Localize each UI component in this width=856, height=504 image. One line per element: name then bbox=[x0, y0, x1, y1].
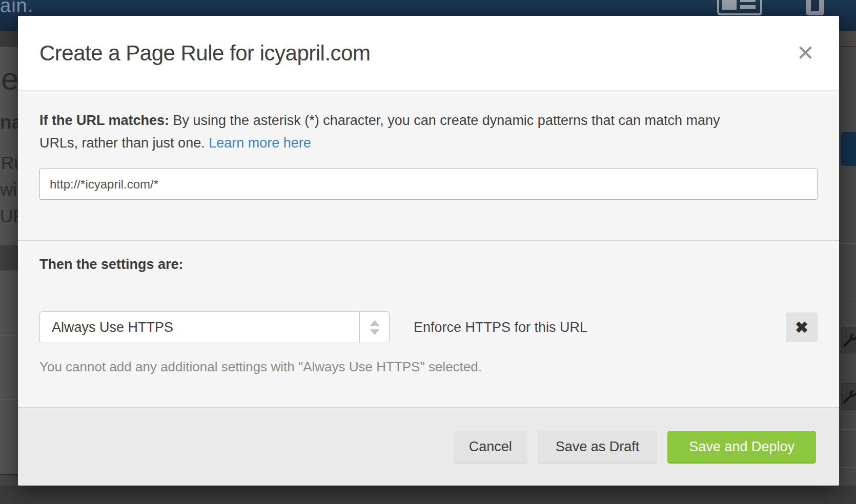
background-domain-text-fragment: ain. bbox=[0, 0, 33, 17]
news-layout-icon bbox=[717, 0, 762, 15]
url-pattern-input[interactable] bbox=[39, 169, 818, 200]
setting-select-value: Always Use HTTPS bbox=[40, 320, 359, 335]
settings-section: Then the settings are: Always Use HTTPS … bbox=[18, 241, 839, 407]
save-and-deploy-button[interactable]: Save and Deploy bbox=[667, 431, 816, 463]
background-text-fragment: UR bbox=[0, 206, 18, 226]
background-navy-button-fragment bbox=[841, 132, 856, 166]
background-page-left-edge: e nav Ru will UR bbox=[0, 31, 18, 504]
background-page-bottom-edge bbox=[0, 486, 856, 504]
background-text-fragment: e bbox=[1, 60, 18, 97]
modal-footer: Cancel Save as Draft Save and Deploy bbox=[18, 407, 839, 486]
background-text-fragment: nav bbox=[0, 112, 18, 133]
background-page-right-edge bbox=[839, 31, 856, 504]
url-match-description: If the URL matches: By using the asteris… bbox=[39, 109, 752, 154]
remove-setting-button[interactable]: ✖ bbox=[786, 312, 818, 342]
settings-heading: Then the settings are: bbox=[39, 255, 818, 274]
modal-header: Create a Page Rule for icyapril.com ✕ bbox=[18, 16, 839, 90]
settings-helper-text: You cannot add any additional settings w… bbox=[39, 359, 818, 375]
cancel-button[interactable]: Cancel bbox=[454, 431, 527, 463]
create-page-rule-modal: Create a Page Rule for icyapril.com ✕ If… bbox=[18, 16, 839, 486]
profile-icon bbox=[806, 0, 824, 15]
background-text-fragment: Ru bbox=[1, 153, 18, 173]
wrench-icon bbox=[841, 327, 856, 353]
learn-more-link[interactable]: Learn more here bbox=[209, 135, 311, 151]
remove-x-icon: ✖ bbox=[795, 318, 808, 337]
setting-description-label: Enforce HTTPS for this URL bbox=[414, 320, 587, 335]
save-as-draft-button[interactable]: Save as Draft bbox=[538, 431, 658, 463]
setting-select[interactable]: Always Use HTTPS bbox=[39, 311, 390, 343]
url-match-section: If the URL matches: By using the asteris… bbox=[18, 90, 839, 241]
setting-row: Always Use HTTPS Enforce HTTPS for this … bbox=[39, 311, 818, 343]
background-text-fragment: will bbox=[0, 179, 18, 200]
chevron-up-down-icon bbox=[359, 312, 389, 343]
wrench-icon bbox=[841, 383, 856, 410]
url-match-lead: If the URL matches: bbox=[39, 113, 169, 128]
modal-title: Create a Page Rule for icyapril.com bbox=[39, 41, 370, 66]
close-icon[interactable]: ✕ bbox=[797, 43, 814, 64]
